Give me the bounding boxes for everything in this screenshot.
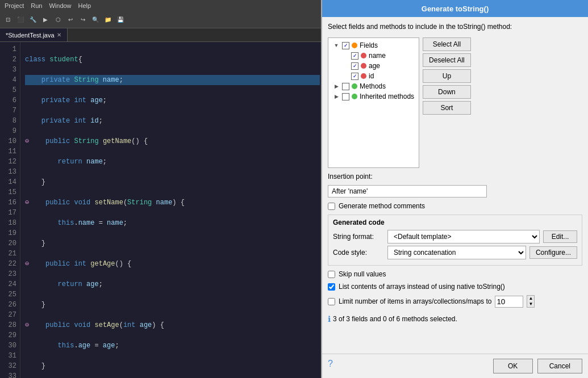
side-buttons: Select All Deselect All Up Down Sort bbox=[423, 37, 471, 168]
dot-age bbox=[361, 63, 366, 69]
checkbox-age[interactable] bbox=[351, 62, 358, 70]
line-numbers: 12345 678910 1112131415 1617181920 21222… bbox=[0, 42, 20, 378]
checkbox-methods[interactable] bbox=[342, 83, 349, 90]
generate-comments-checkbox[interactable] bbox=[328, 203, 335, 210]
tab-student-test[interactable]: *StudentTest.java ✕ bbox=[0, 28, 68, 41]
sort-button[interactable]: Sort bbox=[423, 101, 471, 115]
menu-window[interactable]: Window bbox=[49, 2, 71, 9]
checkbox-fields[interactable] bbox=[342, 42, 349, 49]
down-button[interactable]: Down bbox=[423, 85, 471, 99]
fields-tree[interactable]: ▼ Fields name age bbox=[328, 37, 419, 168]
edit-button[interactable]: Edit... bbox=[543, 230, 577, 243]
dot-methods bbox=[352, 83, 357, 89]
tree-row-id[interactable]: id bbox=[331, 71, 416, 81]
spinner-up[interactable]: ▲ bbox=[527, 296, 534, 301]
list-contents-label: List contents of arrays instead of using… bbox=[339, 283, 505, 291]
limit-items-spinner[interactable]: ▲ ▼ bbox=[527, 295, 535, 308]
toolbar-btn-3[interactable]: 🔧 bbox=[27, 14, 39, 26]
toolbar-btn-1[interactable]: ⊡ bbox=[2, 14, 14, 26]
tab-bar: *StudentTest.java ✕ bbox=[0, 28, 321, 42]
label-inherited: Inherited methods bbox=[360, 93, 414, 100]
expand-methods[interactable]: ▶ bbox=[333, 83, 340, 90]
configure-button[interactable]: Configure... bbox=[529, 246, 577, 259]
toolbar-btn-7[interactable]: ↪ bbox=[77, 14, 89, 26]
spinner-down[interactable]: ▼ bbox=[527, 301, 534, 307]
dialog-footer: ? OK Cancel bbox=[322, 354, 588, 378]
dialog-title: Generate toString() bbox=[422, 5, 489, 13]
expand-fields[interactable]: ▼ bbox=[333, 42, 340, 49]
dialog-body: Select fields and methods to include in … bbox=[322, 17, 588, 354]
label-fields: Fields bbox=[360, 41, 378, 49]
toolbar-btn-6[interactable]: ↩ bbox=[65, 14, 76, 26]
tab-label: *StudentTest.java bbox=[6, 32, 55, 39]
dot-fields bbox=[352, 43, 357, 48]
label-id: id bbox=[369, 72, 374, 80]
info-icon: ℹ bbox=[328, 314, 331, 324]
insertion-input[interactable] bbox=[328, 185, 487, 198]
label-name: name bbox=[369, 52, 386, 60]
code-content: class student{ private String name; priv… bbox=[20, 42, 321, 378]
toolbar-btn-2[interactable]: ⬛ bbox=[15, 14, 26, 26]
list-contents-checkbox[interactable] bbox=[328, 283, 335, 291]
tree-row-fields[interactable]: ▼ Fields bbox=[331, 40, 416, 51]
limit-items-checkbox[interactable] bbox=[328, 298, 335, 305]
expand-name bbox=[342, 52, 349, 59]
toolbar-btn-8[interactable]: 🔍 bbox=[90, 14, 101, 26]
generate-comments-label: Generate method comments bbox=[339, 202, 425, 210]
checkbox-id[interactable] bbox=[351, 73, 358, 80]
tree-row-inherited[interactable]: ▶ Inherited methods bbox=[331, 91, 416, 102]
code-style-row: Code style: String concatenation Configu… bbox=[333, 246, 577, 259]
help-icon[interactable]: ? bbox=[328, 359, 333, 373]
toolbar: ⊡ ⬛ 🔧 ▶ ⬡ ↩ ↪ 🔍 📁 💾 bbox=[0, 11, 321, 28]
menu-run[interactable]: Run bbox=[31, 2, 42, 9]
status-text: 3 of 3 fields and 0 of 6 methods selecte… bbox=[333, 315, 457, 323]
insertion-row: Insertion point: bbox=[328, 173, 582, 183]
tree-row-methods[interactable]: ▶ Methods bbox=[331, 81, 416, 91]
toolbar-btn-5[interactable]: ⬡ bbox=[52, 14, 64, 26]
insertion-section: Insertion point: bbox=[328, 173, 582, 198]
dialog-title-bar: Generate toString() bbox=[322, 0, 588, 17]
ok-button[interactable]: OK bbox=[493, 359, 533, 373]
checkbox-name[interactable] bbox=[351, 52, 358, 60]
generated-code-title: Generated code bbox=[333, 219, 577, 226]
code-style-select[interactable]: String concatenation bbox=[387, 246, 526, 259]
tab-close-icon[interactable]: ✕ bbox=[57, 32, 61, 38]
expand-age bbox=[342, 62, 349, 69]
limit-items-row: Limit number of items in arrays/collecti… bbox=[328, 295, 582, 308]
generate-comments-row: Generate method comments bbox=[328, 202, 582, 210]
label-methods: Methods bbox=[360, 82, 386, 90]
skip-null-row: Skip null values bbox=[328, 270, 582, 278]
menu-bar: Project Run Window Help bbox=[0, 0, 321, 11]
dot-inherited bbox=[352, 94, 357, 99]
toolbar-btn-10[interactable]: 💾 bbox=[115, 14, 126, 26]
select-all-button[interactable]: Select All bbox=[423, 37, 471, 51]
string-format-label: String format: bbox=[333, 233, 384, 241]
fields-with-buttons: ▼ Fields name age bbox=[328, 37, 582, 168]
expand-id bbox=[342, 73, 349, 79]
generated-code-section: Generated code String format: <Default t… bbox=[328, 215, 582, 266]
dot-name bbox=[361, 53, 366, 58]
deselect-all-button[interactable]: Deselect All bbox=[423, 53, 471, 67]
string-format-select[interactable]: <Default template> bbox=[387, 230, 540, 243]
menu-project[interactable]: Project bbox=[5, 2, 24, 9]
toolbar-btn-9[interactable]: 📁 bbox=[102, 14, 114, 26]
menu-help[interactable]: Help bbox=[78, 2, 91, 9]
up-button[interactable]: Up bbox=[423, 69, 471, 83]
skip-null-label: Skip null values bbox=[339, 270, 386, 278]
tree-row-name[interactable]: name bbox=[331, 51, 416, 61]
code-area[interactable]: 12345 678910 1112131415 1617181920 21222… bbox=[0, 42, 321, 378]
expand-inherited[interactable]: ▶ bbox=[333, 93, 340, 100]
toolbar-btn-4[interactable]: ▶ bbox=[40, 14, 51, 26]
checkbox-inherited[interactable] bbox=[342, 93, 349, 100]
limit-items-input[interactable] bbox=[495, 296, 523, 308]
editor-panel: Project Run Window Help ⊡ ⬛ 🔧 ▶ ⬡ ↩ ↪ 🔍 … bbox=[0, 0, 321, 378]
string-format-row: String format: <Default template> Edit..… bbox=[333, 230, 577, 243]
cancel-button[interactable]: Cancel bbox=[537, 359, 582, 373]
limit-items-label: Limit number of items in arrays/collecti… bbox=[339, 297, 491, 305]
skip-null-checkbox[interactable] bbox=[328, 271, 335, 278]
dialog-panel: Generate toString() Select fields and me… bbox=[321, 0, 588, 378]
list-contents-row: List contents of arrays instead of using… bbox=[328, 283, 582, 291]
tree-row-age[interactable]: age bbox=[331, 61, 416, 71]
status-info: ℹ 3 of 3 fields and 0 of 6 methods selec… bbox=[328, 312, 582, 326]
dialog-description: Select fields and methods to include in … bbox=[328, 23, 582, 31]
